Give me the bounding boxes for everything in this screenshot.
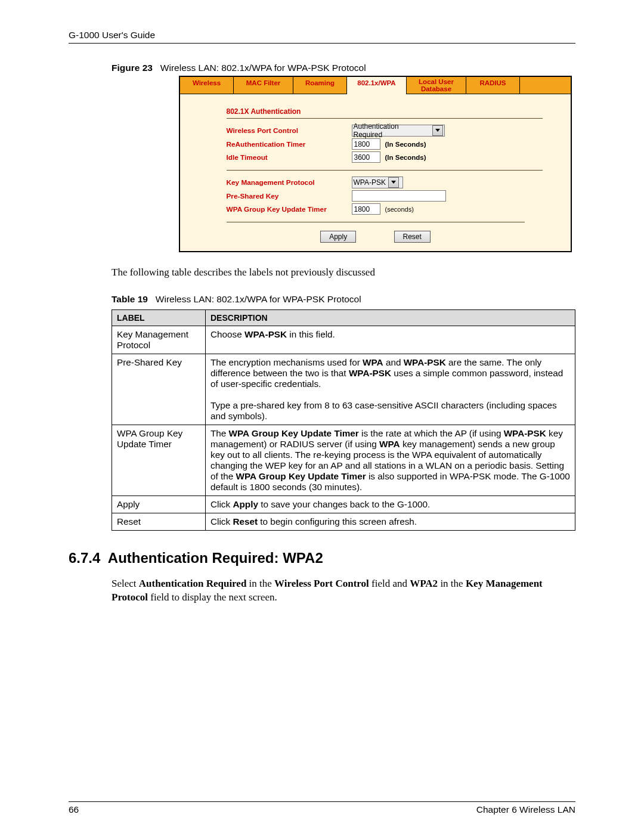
cell-desc: Click Apply to save your changes back to… (206, 496, 575, 513)
page-number: 66 (69, 804, 79, 815)
table-header-row: LABEL DESCRIPTION (112, 310, 575, 326)
th-description: DESCRIPTION (206, 310, 575, 326)
tab-wireless[interactable]: Wireless (180, 77, 234, 94)
reset-button[interactable]: Reset (394, 231, 431, 243)
suffix-seconds: (In Seconds) (385, 141, 426, 148)
table-row: WPA Group Key Update Timer The WPA Group… (112, 425, 575, 496)
cell-desc: The WPA Group Key Update Timer is the ra… (206, 425, 575, 496)
cell-label: Reset (112, 513, 206, 531)
table-row: Reset Click Reset to begin configuring t… (112, 513, 575, 531)
label-idle-timeout: Idle Timeout (227, 153, 352, 162)
intro-paragraph: The following table describes the labels… (112, 267, 575, 278)
section-title: Authentication Required: WPA2 (108, 550, 323, 566)
label-group-key: WPA Group Key Update Timer (227, 205, 352, 213)
tab-local-user-db[interactable]: Local User Database (407, 77, 466, 94)
chevron-down-icon (388, 177, 399, 188)
suffix-seconds: (In Seconds) (385, 154, 426, 161)
chevron-down-icon (432, 125, 443, 136)
label-reauth-timer: ReAuthentication Timer (227, 140, 352, 148)
apply-button[interactable]: Apply (320, 231, 356, 243)
cell-desc: The encryption mechanisms used for WPA a… (206, 354, 575, 425)
section-number: 6.7.4 (69, 550, 100, 566)
router-ui-figure: Wireless MAC Filter Roaming 802.1x/WPA L… (179, 76, 572, 252)
label-psk: Pre-Shared Key (227, 192, 352, 200)
tab-8021x-wpa[interactable]: 802.1x/WPA (347, 77, 407, 94)
cell-label: WPA Group Key Update Timer (112, 425, 206, 496)
table-row: Apply Click Apply to save your changes b… (112, 496, 575, 513)
input-reauth-timer[interactable] (352, 138, 380, 150)
cell-label: Key Management Protocol (112, 326, 206, 354)
suffix-seconds-small: (seconds) (385, 206, 414, 213)
header-guide: G-1000 User's Guide (69, 30, 575, 41)
tab-roaming[interactable]: Roaming (293, 77, 347, 94)
th-label: LABEL (112, 310, 206, 326)
section-paragraph: Select Authentication Required in the Wi… (112, 577, 575, 605)
tab-mac-filter[interactable]: MAC Filter (234, 77, 293, 94)
table-number: Table 19 (112, 294, 148, 304)
select-port-control[interactable]: Authentication Required (352, 125, 445, 137)
header-rule (69, 43, 575, 44)
label-port-control: Wireless Port Control (227, 126, 352, 135)
figure-caption: Figure 23 Wireless LAN: 802.1x/WPA for W… (112, 63, 575, 73)
input-group-key[interactable] (352, 203, 380, 215)
table-row: Pre-Shared Key The encryption mechanisms… (112, 354, 575, 425)
tab-radius[interactable]: RADIUS (466, 77, 520, 94)
figure-title: Wireless LAN: 802.1x/WPA for WPA-PSK Pro… (160, 63, 366, 73)
label-key-mgmt: Key Management Protocol (227, 178, 352, 187)
tabs: Wireless MAC Filter Roaming 802.1x/WPA L… (180, 77, 571, 94)
input-idle-timeout[interactable] (352, 151, 380, 163)
cell-label: Pre-Shared Key (112, 354, 206, 425)
cell-label: Apply (112, 496, 206, 513)
chapter-label: Chapter 6 Wireless LAN (476, 804, 575, 815)
table-19: LABEL DESCRIPTION Key Management Protoco… (112, 309, 575, 531)
input-psk[interactable] (352, 190, 446, 202)
table-row: Key Management Protocol Choose WPA-PSK i… (112, 326, 575, 354)
figure-number: Figure 23 (112, 63, 153, 73)
select-key-mgmt[interactable]: WPA-PSK (352, 176, 403, 188)
footer: 66 Chapter 6 Wireless LAN (69, 801, 575, 815)
cell-desc: Click Reset to begin configuring this sc… (206, 513, 575, 531)
section-8021x-auth: 802.1X Authentication (227, 107, 543, 119)
table-caption: Table 19 Wireless LAN: 802.1x/WPA for WP… (112, 294, 575, 305)
section-heading: 6.7.4 Authentication Required: WPA2 (69, 550, 575, 566)
cell-desc: Choose WPA-PSK in this field. (206, 326, 575, 354)
table-title: Wireless LAN: 802.1x/WPA for WPA-PSK Pro… (156, 294, 361, 304)
